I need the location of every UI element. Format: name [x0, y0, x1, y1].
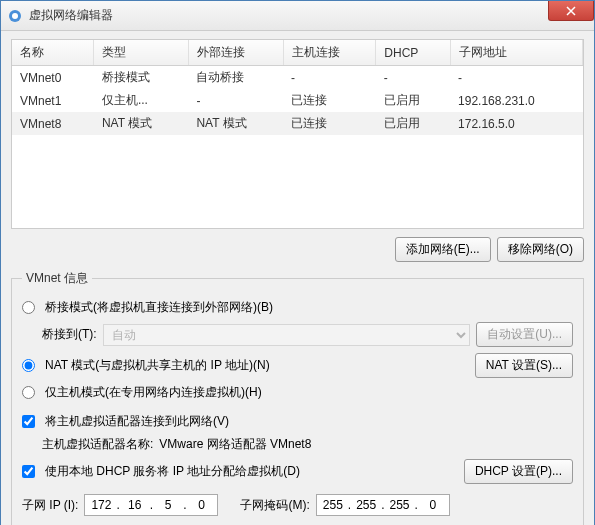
- nat-mode-label: NAT 模式(与虚拟机共享主机的 IP 地址)(N): [45, 357, 469, 374]
- subnet-ip-field[interactable]: . . .: [84, 494, 218, 516]
- hostonly-mode-label: 仅主机模式(在专用网络内连接虚拟机)(H): [45, 384, 262, 401]
- dhcp-settings-button[interactable]: DHCP 设置(P)...: [464, 459, 573, 484]
- hostonly-mode-radio[interactable]: [22, 386, 35, 399]
- table-cell: 192.168.231.0: [450, 89, 582, 112]
- column-header[interactable]: DHCP: [376, 40, 450, 66]
- table-cell: -: [283, 66, 376, 90]
- table-cell: 桥接模式: [94, 66, 189, 90]
- bridge-mode-radio[interactable]: [22, 301, 35, 314]
- column-header[interactable]: 外部连接: [188, 40, 283, 66]
- host-adapter-checkbox[interactable]: [22, 415, 35, 428]
- close-icon: [566, 6, 576, 16]
- host-adapter-name-value: VMware 网络适配器 VMnet8: [159, 436, 311, 453]
- table-cell: VMnet8: [12, 112, 94, 135]
- network-table: 名称类型外部连接主机连接DHCP子网地址 VMnet0桥接模式自动桥接---VM…: [11, 39, 584, 229]
- subnet-mask-label: 子网掩码(M):: [240, 497, 309, 514]
- subnet-ip-octet-1[interactable]: [87, 498, 115, 512]
- close-button[interactable]: [548, 1, 594, 21]
- nat-mode-radio[interactable]: [22, 359, 35, 372]
- subnet-mask-octet-2[interactable]: [352, 498, 380, 512]
- dhcp-checkbox[interactable]: [22, 465, 35, 478]
- subnet-mask-octet-3[interactable]: [386, 498, 414, 512]
- window: 虚拟网络编辑器 名称类型外部连接主机连接DHCP子网地址 VMnet0桥接模式自…: [0, 0, 595, 525]
- add-network-button[interactable]: 添加网络(E)...: [395, 237, 491, 262]
- vmnet-info-group: VMnet 信息 桥接模式(将虚拟机直接连接到外部网络)(B) 桥接到(T): …: [11, 270, 584, 525]
- column-header[interactable]: 名称: [12, 40, 94, 66]
- host-adapter-name-label: 主机虚拟适配器名称:: [42, 436, 153, 453]
- table-cell: VMnet1: [12, 89, 94, 112]
- subnet-ip-octet-4[interactable]: [187, 498, 215, 512]
- table-row[interactable]: VMnet1仅主机...-已连接已启用192.168.231.0: [12, 89, 583, 112]
- subnet-mask-octet-1[interactable]: [319, 498, 347, 512]
- host-adapter-label: 将主机虚拟适配器连接到此网络(V): [45, 413, 229, 430]
- subnet-ip-label: 子网 IP (I):: [22, 497, 78, 514]
- table-cell: 已启用: [376, 89, 450, 112]
- svg-point-1: [12, 13, 18, 19]
- content: 名称类型外部连接主机连接DHCP子网地址 VMnet0桥接模式自动桥接---VM…: [1, 31, 594, 525]
- table-row[interactable]: VMnet0桥接模式自动桥接---: [12, 66, 583, 90]
- column-header[interactable]: 类型: [94, 40, 189, 66]
- subnet-ip-octet-2[interactable]: [121, 498, 149, 512]
- table-cell: VMnet0: [12, 66, 94, 90]
- table-cell: -: [376, 66, 450, 90]
- vmnet-info-legend: VMnet 信息: [22, 270, 92, 287]
- subnet-mask-octet-4[interactable]: [419, 498, 447, 512]
- nat-settings-button[interactable]: NAT 设置(S)...: [475, 353, 573, 378]
- table-cell: 仅主机...: [94, 89, 189, 112]
- table-row[interactable]: VMnet8NAT 模式NAT 模式已连接已启用172.16.5.0: [12, 112, 583, 135]
- table-cell: -: [450, 66, 582, 90]
- table-cell: 已启用: [376, 112, 450, 135]
- table-cell: NAT 模式: [94, 112, 189, 135]
- subnet-mask-field[interactable]: . . .: [316, 494, 450, 516]
- table-cell: 172.16.5.0: [450, 112, 582, 135]
- auto-settings-button[interactable]: 自动设置(U)...: [476, 322, 573, 347]
- column-header[interactable]: 子网地址: [450, 40, 582, 66]
- column-header[interactable]: 主机连接: [283, 40, 376, 66]
- table-cell: 自动桥接: [188, 66, 283, 90]
- remove-network-button[interactable]: 移除网络(O): [497, 237, 584, 262]
- table-cell: -: [188, 89, 283, 112]
- subnet-ip-octet-3[interactable]: [154, 498, 182, 512]
- bridge-to-label: 桥接到(T):: [42, 326, 97, 343]
- titlebar: 虚拟网络编辑器: [1, 1, 594, 31]
- table-cell: 已连接: [283, 89, 376, 112]
- table-cell: NAT 模式: [188, 112, 283, 135]
- bridge-to-select[interactable]: 自动: [103, 324, 471, 346]
- window-title: 虚拟网络编辑器: [29, 7, 588, 24]
- dhcp-label: 使用本地 DHCP 服务将 IP 地址分配给虚拟机(D): [45, 463, 458, 480]
- bridge-mode-label: 桥接模式(将虚拟机直接连接到外部网络)(B): [45, 299, 273, 316]
- app-icon: [7, 8, 23, 24]
- table-cell: 已连接: [283, 112, 376, 135]
